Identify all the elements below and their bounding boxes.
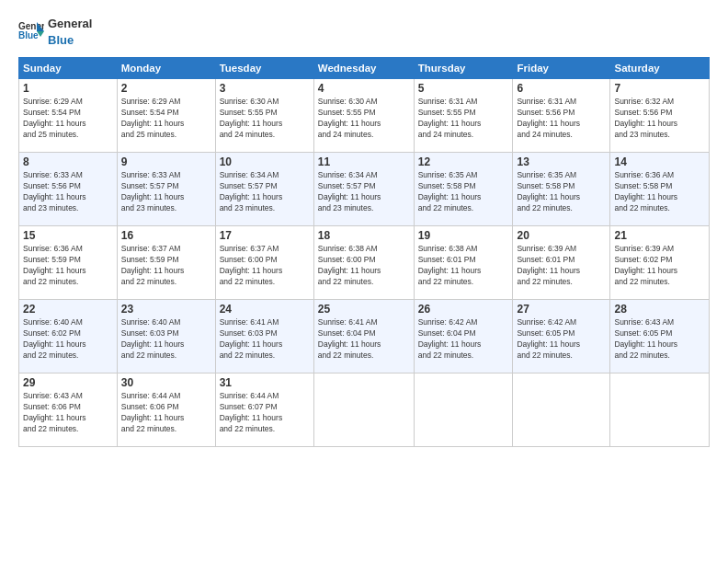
calendar-cell: 31Sunrise: 6:44 AMSunset: 6:07 PMDayligh… bbox=[215, 373, 313, 447]
day-number: 2 bbox=[121, 82, 211, 95]
calendar-cell: 8Sunrise: 6:33 AMSunset: 5:56 PMDaylight… bbox=[19, 153, 118, 226]
day-number: 26 bbox=[418, 303, 509, 316]
calendar-cell: 20Sunrise: 6:39 AMSunset: 6:01 PMDayligh… bbox=[513, 226, 610, 300]
day-info: Sunrise: 6:43 AMSunset: 6:06 PMDaylight:… bbox=[23, 391, 113, 435]
day-number: 11 bbox=[318, 155, 410, 168]
day-info: Sunrise: 6:39 AMSunset: 6:01 PMDaylight:… bbox=[517, 244, 606, 288]
day-info: Sunrise: 6:34 AMSunset: 5:57 PMDaylight:… bbox=[220, 170, 310, 214]
day-info: Sunrise: 6:41 AMSunset: 6:03 PMDaylight:… bbox=[220, 317, 310, 362]
calendar-cell: 21Sunrise: 6:39 AMSunset: 6:02 PMDayligh… bbox=[610, 226, 710, 300]
day-info: Sunrise: 6:35 AMSunset: 5:58 PMDaylight:… bbox=[418, 170, 509, 214]
day-number: 20 bbox=[517, 229, 606, 242]
calendar-cell: 28Sunrise: 6:43 AMSunset: 6:05 PMDayligh… bbox=[610, 300, 710, 373]
calendar-week-1: 1Sunrise: 6:29 AMSunset: 5:54 PMDaylight… bbox=[19, 79, 710, 153]
day-info: Sunrise: 6:31 AMSunset: 5:56 PMDaylight:… bbox=[517, 97, 606, 141]
calendar-cell: 24Sunrise: 6:41 AMSunset: 6:03 PMDayligh… bbox=[215, 300, 313, 373]
day-number: 8 bbox=[23, 155, 113, 168]
day-info: Sunrise: 6:34 AMSunset: 5:57 PMDaylight:… bbox=[318, 170, 410, 214]
calendar-cell: 14Sunrise: 6:36 AMSunset: 5:58 PMDayligh… bbox=[610, 153, 710, 226]
day-number: 15 bbox=[23, 229, 113, 242]
day-info: Sunrise: 6:32 AMSunset: 5:56 PMDaylight:… bbox=[614, 97, 705, 141]
day-number: 24 bbox=[220, 303, 310, 316]
day-number: 29 bbox=[23, 376, 113, 389]
day-info: Sunrise: 6:44 AMSunset: 6:07 PMDaylight:… bbox=[220, 391, 310, 435]
day-number: 31 bbox=[220, 376, 310, 389]
weekday-header-tuesday: Tuesday bbox=[215, 58, 313, 79]
day-number: 7 bbox=[614, 82, 705, 95]
day-info: Sunrise: 6:40 AMSunset: 6:03 PMDaylight:… bbox=[121, 317, 211, 362]
calendar-cell: 15Sunrise: 6:36 AMSunset: 5:59 PMDayligh… bbox=[19, 226, 118, 300]
weekday-header-monday: Monday bbox=[117, 58, 215, 79]
day-number: 4 bbox=[318, 82, 410, 95]
page: General Blue General Blue SundayMondayTu… bbox=[0, 0, 728, 563]
day-info: Sunrise: 6:30 AMSunset: 5:55 PMDaylight:… bbox=[220, 97, 310, 141]
day-info: Sunrise: 6:31 AMSunset: 5:55 PMDaylight:… bbox=[418, 97, 509, 141]
calendar-cell: 6Sunrise: 6:31 AMSunset: 5:56 PMDaylight… bbox=[513, 79, 610, 153]
logo-blue: Blue bbox=[48, 33, 74, 47]
calendar-cell: 16Sunrise: 6:37 AMSunset: 5:59 PMDayligh… bbox=[117, 226, 215, 300]
day-number: 13 bbox=[517, 155, 606, 168]
day-info: Sunrise: 6:44 AMSunset: 6:06 PMDaylight:… bbox=[121, 391, 211, 435]
calendar-week-3: 15Sunrise: 6:36 AMSunset: 5:59 PMDayligh… bbox=[19, 226, 710, 300]
day-info: Sunrise: 6:38 AMSunset: 6:00 PMDaylight:… bbox=[318, 244, 410, 288]
calendar-cell: 30Sunrise: 6:44 AMSunset: 6:06 PMDayligh… bbox=[117, 373, 215, 447]
calendar-cell: 5Sunrise: 6:31 AMSunset: 5:55 PMDaylight… bbox=[414, 79, 513, 153]
weekday-header-row: SundayMondayTuesdayWednesdayThursdayFrid… bbox=[19, 58, 710, 79]
day-number: 6 bbox=[517, 82, 606, 95]
calendar-cell: 26Sunrise: 6:42 AMSunset: 6:04 PMDayligh… bbox=[414, 300, 513, 373]
day-info: Sunrise: 6:37 AMSunset: 5:59 PMDaylight:… bbox=[121, 244, 211, 288]
calendar-cell: 4Sunrise: 6:30 AMSunset: 5:55 PMDaylight… bbox=[313, 79, 414, 153]
weekday-header-saturday: Saturday bbox=[610, 58, 710, 79]
calendar-cell: 12Sunrise: 6:35 AMSunset: 5:58 PMDayligh… bbox=[414, 153, 513, 226]
header: General Blue General Blue bbox=[18, 15, 710, 48]
calendar-week-2: 8Sunrise: 6:33 AMSunset: 5:56 PMDaylight… bbox=[19, 153, 710, 226]
day-info: Sunrise: 6:43 AMSunset: 6:05 PMDaylight:… bbox=[614, 317, 705, 362]
svg-text:Blue: Blue bbox=[18, 30, 39, 40]
weekday-header-thursday: Thursday bbox=[414, 58, 513, 79]
weekday-header-friday: Friday bbox=[513, 58, 610, 79]
day-info: Sunrise: 6:36 AMSunset: 5:59 PMDaylight:… bbox=[23, 244, 113, 288]
day-info: Sunrise: 6:41 AMSunset: 6:04 PMDaylight:… bbox=[318, 317, 410, 362]
calendar-cell: 22Sunrise: 6:40 AMSunset: 6:02 PMDayligh… bbox=[19, 300, 118, 373]
day-info: Sunrise: 6:42 AMSunset: 6:04 PMDaylight:… bbox=[418, 317, 509, 362]
calendar-cell: 13Sunrise: 6:35 AMSunset: 5:58 PMDayligh… bbox=[513, 153, 610, 226]
calendar-cell: 27Sunrise: 6:42 AMSunset: 6:05 PMDayligh… bbox=[513, 300, 610, 373]
calendar-cell: 10Sunrise: 6:34 AMSunset: 5:57 PMDayligh… bbox=[215, 153, 313, 226]
day-number: 27 bbox=[517, 303, 606, 316]
day-info: Sunrise: 6:39 AMSunset: 6:02 PMDaylight:… bbox=[614, 244, 705, 288]
logo: General Blue General Blue bbox=[18, 15, 92, 48]
calendar-cell bbox=[414, 373, 513, 447]
calendar-cell: 18Sunrise: 6:38 AMSunset: 6:00 PMDayligh… bbox=[313, 226, 414, 300]
calendar-cell bbox=[610, 373, 710, 447]
day-info: Sunrise: 6:42 AMSunset: 6:05 PMDaylight:… bbox=[517, 317, 606, 362]
calendar-cell: 1Sunrise: 6:29 AMSunset: 5:54 PMDaylight… bbox=[19, 79, 118, 153]
calendar-cell bbox=[513, 373, 610, 447]
calendar-cell: 29Sunrise: 6:43 AMSunset: 6:06 PMDayligh… bbox=[19, 373, 118, 447]
day-number: 19 bbox=[418, 229, 509, 242]
day-info: Sunrise: 6:33 AMSunset: 5:56 PMDaylight:… bbox=[23, 170, 113, 214]
calendar-cell: 11Sunrise: 6:34 AMSunset: 5:57 PMDayligh… bbox=[313, 153, 414, 226]
calendar-cell: 23Sunrise: 6:40 AMSunset: 6:03 PMDayligh… bbox=[117, 300, 215, 373]
calendar-cell: 9Sunrise: 6:33 AMSunset: 5:57 PMDaylight… bbox=[117, 153, 215, 226]
calendar-week-5: 29Sunrise: 6:43 AMSunset: 6:06 PMDayligh… bbox=[19, 373, 710, 447]
day-info: Sunrise: 6:33 AMSunset: 5:57 PMDaylight:… bbox=[121, 170, 211, 214]
day-number: 22 bbox=[23, 303, 113, 316]
day-number: 21 bbox=[614, 229, 705, 242]
weekday-header-sunday: Sunday bbox=[19, 58, 118, 79]
day-number: 28 bbox=[614, 303, 705, 316]
day-number: 10 bbox=[220, 155, 310, 168]
day-number: 9 bbox=[121, 155, 211, 168]
calendar-cell: 25Sunrise: 6:41 AMSunset: 6:04 PMDayligh… bbox=[313, 300, 414, 373]
day-number: 16 bbox=[121, 229, 211, 242]
logo-icon: General Blue bbox=[18, 18, 44, 44]
calendar-cell: 19Sunrise: 6:38 AMSunset: 6:01 PMDayligh… bbox=[414, 226, 513, 300]
logo-general: General bbox=[48, 17, 92, 30]
day-info: Sunrise: 6:29 AMSunset: 5:54 PMDaylight:… bbox=[23, 97, 113, 141]
day-number: 25 bbox=[318, 303, 410, 316]
day-info: Sunrise: 6:40 AMSunset: 6:02 PMDaylight:… bbox=[23, 317, 113, 362]
calendar-cell: 3Sunrise: 6:30 AMSunset: 5:55 PMDaylight… bbox=[215, 79, 313, 153]
weekday-header-wednesday: Wednesday bbox=[313, 58, 414, 79]
day-info: Sunrise: 6:38 AMSunset: 6:01 PMDaylight:… bbox=[418, 244, 509, 288]
day-number: 18 bbox=[318, 229, 410, 242]
day-number: 1 bbox=[23, 82, 113, 95]
